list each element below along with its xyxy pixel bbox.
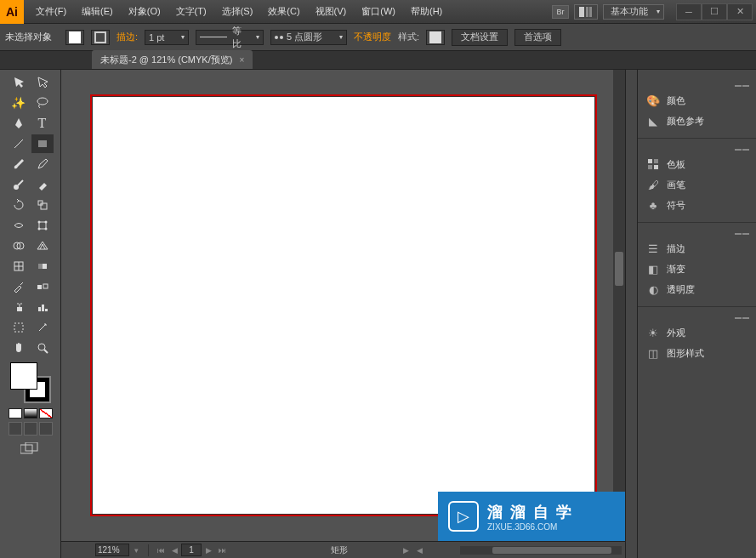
document-tabs: 未标题-2 @ 121% (CMYK/预览) × <box>0 51 756 70</box>
stroke-profile-select[interactable]: 等比 <box>196 30 264 45</box>
hscroll-left[interactable]: ◀ <box>412 544 426 556</box>
panel-color[interactable]: 🎨颜色 <box>638 90 756 111</box>
artboard-tool[interactable] <box>8 318 30 337</box>
panel-swatches[interactable]: 色板 <box>638 154 756 174</box>
menu-view[interactable]: 视图(V) <box>309 2 354 21</box>
transparency-icon: ◐ <box>646 282 660 296</box>
symbol-sprayer-tool[interactable] <box>8 298 30 316</box>
prev-artboard[interactable]: ◀ <box>168 544 181 556</box>
artboard-number[interactable] <box>181 544 202 556</box>
blob-brush-tool[interactable] <box>8 175 30 194</box>
workspace-select[interactable]: 基本功能 <box>603 4 664 20</box>
mesh-tool[interactable] <box>8 257 30 276</box>
stroke-swatch[interactable] <box>91 30 110 45</box>
svg-rect-9 <box>39 222 46 229</box>
fill-mode-color[interactable] <box>9 408 22 418</box>
menu-select[interactable]: 选择(S) <box>215 2 260 21</box>
eraser-tool[interactable] <box>31 175 54 194</box>
layout-button[interactable] <box>574 4 598 20</box>
fill-mode-none[interactable] <box>39 408 53 418</box>
panel-gradient[interactable]: ◧渐变 <box>638 259 756 279</box>
minimize-button[interactable]: ─ <box>676 3 702 20</box>
graph-tool[interactable] <box>31 298 54 316</box>
menu-type[interactable]: 文字(T) <box>169 2 213 21</box>
scale-tool[interactable] <box>31 196 54 214</box>
bridge-button[interactable]: Br <box>552 5 569 19</box>
screen-mode[interactable] <box>17 441 44 458</box>
stroke-weight-input[interactable]: 1 pt <box>145 30 189 45</box>
nav-dropdown[interactable]: ▾ <box>129 544 143 556</box>
canvas-area: ▾ ⏮ ◀ ▶ ⏭ 矩形 ▶ ◀ ▷ 溜 溜 自 学 ZIXUE.3D66.CO… <box>61 70 625 558</box>
shape-builder-tool[interactable] <box>8 236 30 255</box>
panel-stroke[interactable]: ☰描边 <box>638 238 756 259</box>
line-tool[interactable] <box>8 134 30 153</box>
zoom-input[interactable] <box>95 544 129 556</box>
panel-symbols[interactable]: ♣符号 <box>638 195 756 215</box>
panel-transparency[interactable]: ◐透明度 <box>638 279 756 299</box>
menu-effect[interactable]: 效果(C) <box>261 2 306 21</box>
brush-select[interactable]: 5 点圆形 <box>270 30 347 45</box>
menu-edit[interactable]: 编辑(E) <box>75 2 120 21</box>
svg-point-13 <box>44 228 47 231</box>
draw-normal[interactable] <box>9 422 22 436</box>
draw-behind[interactable] <box>24 422 37 436</box>
horizontal-scrollbar[interactable] <box>460 546 622 555</box>
panel-appearance[interactable]: ☀外观 <box>638 322 756 343</box>
zoom-tool[interactable] <box>31 339 54 357</box>
magic-wand-tool[interactable]: ✨ <box>8 94 30 112</box>
panel-graphic-styles[interactable]: ◫图形样式 <box>638 343 756 363</box>
free-transform-tool[interactable] <box>31 216 54 235</box>
stroke-icon: ☰ <box>646 242 660 255</box>
pencil-tool[interactable] <box>31 155 54 174</box>
maximize-button[interactable]: ☐ <box>702 3 727 20</box>
canvas-view[interactable] <box>61 70 625 541</box>
pen-tool[interactable] <box>8 114 30 133</box>
symbols-icon: ♣ <box>646 198 660 212</box>
rotate-tool[interactable] <box>8 196 30 214</box>
svg-line-4 <box>14 140 23 148</box>
paintbrush-tool[interactable] <box>8 155 30 174</box>
svg-rect-22 <box>43 284 48 288</box>
svg-rect-35 <box>654 165 658 169</box>
doc-setup-button[interactable]: 文档设置 <box>452 29 508 46</box>
menu-window[interactable]: 窗口(W) <box>355 2 402 21</box>
first-artboard[interactable]: ⏮ <box>154 544 168 556</box>
rectangle-tool[interactable] <box>31 134 54 153</box>
direct-selection-tool[interactable] <box>31 73 54 92</box>
panel-collapse-strip[interactable] <box>625 70 637 558</box>
menu-file[interactable]: 文件(F) <box>29 2 73 21</box>
fill-swatch[interactable] <box>65 30 84 45</box>
style-swatch[interactable] <box>426 30 445 45</box>
blend-tool[interactable] <box>31 277 54 296</box>
fill-mode-gradient[interactable] <box>24 408 37 418</box>
color-guide-icon: ◣ <box>646 114 660 128</box>
style-label: 样式: <box>398 31 419 43</box>
artboard[interactable] <box>93 97 594 514</box>
preferences-button[interactable]: 首选项 <box>514 29 561 46</box>
lasso-tool[interactable] <box>31 94 54 112</box>
color-picker[interactable] <box>10 362 51 403</box>
width-tool[interactable] <box>8 216 30 235</box>
eyedropper-tool[interactable] <box>8 277 30 296</box>
last-artboard[interactable]: ⏭ <box>215 544 229 556</box>
vertical-scrollbar[interactable] <box>613 70 625 524</box>
watermark: ▷ 溜 溜 自 学 ZIXUE.3D66.COM <box>438 492 625 541</box>
tab-close-button[interactable]: × <box>239 55 244 65</box>
menu-help[interactable]: 帮助(H) <box>404 2 449 21</box>
close-button[interactable]: ✕ <box>727 3 753 20</box>
gradient-tool[interactable] <box>31 257 54 276</box>
svg-rect-5 <box>38 140 47 147</box>
document-tab[interactable]: 未标题-2 @ 121% (CMYK/预览) × <box>92 50 253 69</box>
panel-color-guide[interactable]: ◣颜色参考 <box>638 111 756 131</box>
next-artboard[interactable]: ▶ <box>202 544 215 556</box>
slice-tool[interactable] <box>31 318 54 337</box>
status-dropdown[interactable]: ▶ <box>399 544 412 556</box>
svg-rect-1 <box>586 7 588 17</box>
perspective-tool[interactable] <box>31 236 54 255</box>
selection-tool[interactable] <box>8 73 30 92</box>
draw-inside[interactable] <box>39 422 53 436</box>
panel-brushes[interactable]: 🖌画笔 <box>638 174 756 195</box>
menu-object[interactable]: 对象(O) <box>122 2 168 21</box>
type-tool[interactable]: T <box>31 114 54 133</box>
hand-tool[interactable] <box>8 339 30 357</box>
